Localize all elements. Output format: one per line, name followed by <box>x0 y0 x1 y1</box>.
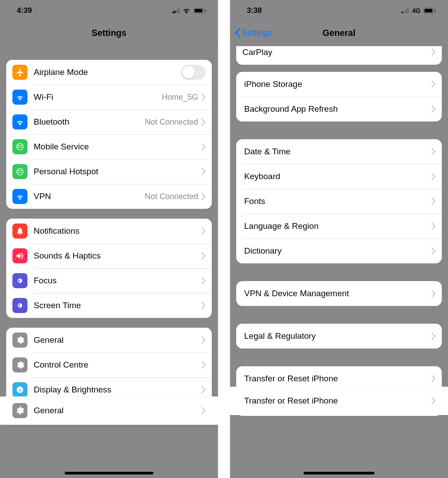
row-vpn-device-management[interactable]: VPN & Device Management <box>236 281 442 306</box>
row-value: Not Connected <box>145 118 198 127</box>
wifi-icon <box>182 8 191 14</box>
row-transfer-reset-highlight[interactable]: Transfer or Reset iPhone <box>230 387 448 415</box>
chevron-right-icon <box>202 361 206 368</box>
row-sounds-haptics[interactable]: Sounds & Haptics <box>6 243 212 268</box>
chevron-right-icon <box>202 252 206 259</box>
network-label: 4G <box>412 7 421 14</box>
chevron-right-icon <box>202 386 206 393</box>
group-legal: Legal & Regulatory <box>236 324 442 349</box>
row-screen-time[interactable]: Screen Time <box>6 293 212 318</box>
row-background-app-refresh[interactable]: Background App Refresh <box>236 97 442 121</box>
chevron-right-icon <box>432 333 436 340</box>
row-icon <box>12 382 27 397</box>
chevron-right-icon <box>432 375 436 382</box>
row-label: Keyboard <box>244 172 432 181</box>
row-label: Legal & Regulatory <box>244 331 432 341</box>
row-personal-hotspot[interactable]: Personal Hotspot <box>6 159 212 184</box>
row-label: Transfer or Reset iPhone <box>244 374 432 384</box>
chevron-right-icon <box>432 290 436 297</box>
settings-screen: 4:39 Settings Airplane ModeWi-FiHome_5GB… <box>0 0 218 478</box>
chevron-right-icon <box>202 168 206 175</box>
navbar: Settings General <box>230 21 448 44</box>
group-prefs: Date & TimeKeyboardFontsLanguage & Regio… <box>236 139 442 263</box>
cellular-signal-icon <box>401 8 409 13</box>
row-bluetooth[interactable]: BluetoothNot Connected <box>6 110 212 134</box>
row-keyboard[interactable]: Keyboard <box>236 164 442 189</box>
chevron-right-icon <box>432 223 436 230</box>
row-icon <box>12 164 27 179</box>
row-label: General <box>34 335 202 345</box>
row-label: Background App Refresh <box>244 104 432 114</box>
row-icon <box>12 189 27 204</box>
row-general-highlight[interactable]: General <box>0 396 218 425</box>
row-legal-regulatory[interactable]: Legal & Regulatory <box>236 324 442 349</box>
row-label: Control Centre <box>34 360 202 370</box>
row-date-time[interactable]: Date & Time <box>236 139 442 164</box>
row-label: Mobile Service <box>34 142 202 152</box>
chevron-right-icon <box>202 118 206 125</box>
svg-rect-1 <box>195 9 203 12</box>
row-label: Date & Time <box>244 147 432 157</box>
chevron-right-icon <box>202 227 206 235</box>
status-time: 3:38 <box>247 6 262 15</box>
row-airplane-mode[interactable]: Airplane Mode <box>6 60 212 85</box>
chevron-right-icon <box>432 173 436 180</box>
row-icon <box>12 223 27 239</box>
row-icon <box>12 357 27 372</box>
status-bar: 4:39 <box>0 0 218 21</box>
chevron-right-icon <box>202 193 206 200</box>
status-time: 4:39 <box>17 6 32 15</box>
chevron-right-icon <box>432 247 436 255</box>
row-label: Sounds & Haptics <box>34 251 202 261</box>
chevron-right-icon <box>432 148 436 155</box>
row-label: Transfer or Reset iPhone <box>244 396 432 406</box>
back-button[interactable]: Settings <box>234 28 272 38</box>
battery-icon <box>423 8 436 14</box>
row-icon <box>12 298 27 313</box>
row-icon <box>12 333 27 348</box>
svg-point-5 <box>19 387 21 389</box>
row-label: General <box>34 406 202 415</box>
row-icon <box>12 139 27 154</box>
row-label: Dictionary <box>244 246 432 256</box>
row-notifications[interactable]: Notifications <box>6 219 212 243</box>
gear-icon <box>12 403 27 418</box>
row-label: Bluetooth <box>34 117 145 127</box>
row-icon <box>12 273 27 288</box>
cellular-signal-icon <box>172 8 180 13</box>
row-icon <box>12 65 27 80</box>
group-general: GeneralControl CentreDisplay & Brightnes… <box>6 328 212 402</box>
page-title: Settings <box>92 28 127 38</box>
chevron-right-icon <box>432 397 436 404</box>
settings-list[interactable]: Airplane ModeWi-FiHome_5GBluetoothNot Co… <box>0 60 218 402</box>
row-mobile-service[interactable]: Mobile Service <box>6 134 212 159</box>
battery-icon <box>193 8 206 14</box>
chevron-right-icon <box>202 143 206 150</box>
page-title: General <box>323 28 355 38</box>
row-control-centre[interactable]: Control Centre <box>6 353 212 377</box>
group-vpn: VPN & Device Management <box>236 281 442 306</box>
chevron-right-icon <box>202 407 206 414</box>
row-dictionary[interactable]: Dictionary <box>236 239 442 263</box>
row-label: Language & Region <box>244 221 432 231</box>
row-vpn[interactable]: VPNNot Connected <box>6 184 212 209</box>
svg-rect-2 <box>205 10 206 12</box>
row-language-region[interactable]: Language & Region <box>236 214 442 239</box>
group-storage: iPhone StorageBackground App Refresh <box>236 72 442 121</box>
row-iphone-storage[interactable]: iPhone Storage <box>236 72 442 97</box>
row-icon <box>12 90 27 105</box>
row-fonts[interactable]: Fonts <box>236 189 442 214</box>
toggle[interactable] <box>181 65 206 80</box>
row-label: VPN & Device Management <box>244 289 432 298</box>
chevron-right-icon <box>202 337 206 344</box>
row-general[interactable]: General <box>6 328 212 353</box>
general-screen: 3:38 4G Settings General CarPlay iPhone … <box>230 0 448 478</box>
row-label: Wi-Fi <box>34 92 162 102</box>
row-label: Personal Hotspot <box>34 167 202 176</box>
row-focus[interactable]: Focus <box>6 268 212 293</box>
chevron-right-icon <box>432 106 436 113</box>
row-wi-fi[interactable]: Wi-FiHome_5G <box>6 85 212 110</box>
row-icon <box>12 114 27 129</box>
row-value: Home_5G <box>162 93 198 102</box>
row-label: Focus <box>34 276 202 286</box>
